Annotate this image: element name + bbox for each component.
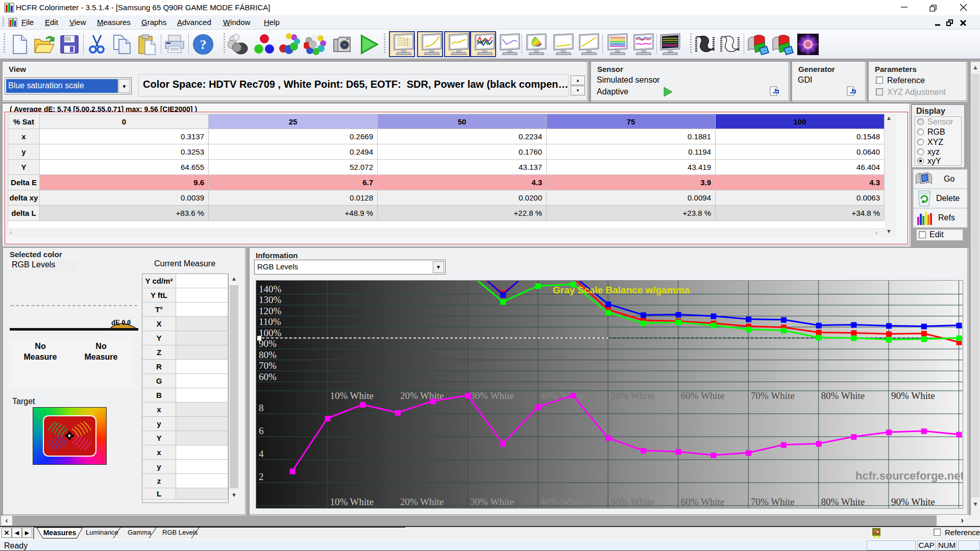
svg-text:100%: 100% bbox=[259, 328, 282, 338]
svg-text:60% White: 60% White bbox=[681, 390, 725, 401]
svg-text:10% White: 10% White bbox=[330, 496, 374, 507]
svg-text:20% White: 20% White bbox=[400, 496, 444, 507]
svg-text:2: 2 bbox=[259, 471, 264, 482]
svg-text:RGB Levels: RGB Levels bbox=[162, 529, 198, 536]
svg-text:4: 4 bbox=[259, 448, 264, 459]
svg-text:90% White: 90% White bbox=[891, 390, 935, 401]
svg-text:30% White: 30% White bbox=[470, 390, 514, 401]
svg-text:90% White: 90% White bbox=[891, 496, 935, 507]
svg-text:80% White: 80% White bbox=[821, 496, 865, 507]
svg-text:90%: 90% bbox=[259, 338, 277, 349]
svg-text:50% White: 50% White bbox=[610, 496, 654, 507]
svg-text:6: 6 bbox=[259, 425, 264, 436]
svg-text:40% White: 40% White bbox=[541, 496, 584, 507]
svg-text:80%: 80% bbox=[259, 349, 277, 360]
svg-text:Gray Scale Balance w/gamma: Gray Scale Balance w/gamma bbox=[553, 285, 690, 295]
svg-text:8: 8 bbox=[259, 403, 264, 413]
svg-text:Luminance: Luminance bbox=[86, 529, 118, 536]
svg-text:10% White: 10% White bbox=[330, 390, 374, 401]
svg-text:120%: 120% bbox=[259, 306, 282, 316]
svg-text:130%: 130% bbox=[259, 294, 282, 305]
svg-text:140%: 140% bbox=[259, 284, 282, 294]
svg-text:70% White: 70% White bbox=[751, 496, 795, 507]
svg-text:?: ? bbox=[200, 37, 207, 52]
svg-text:Measures: Measures bbox=[43, 529, 77, 537]
svg-text:70%: 70% bbox=[259, 360, 277, 371]
svg-text:50% White: 50% White bbox=[610, 390, 654, 401]
svg-text:70% White: 70% White bbox=[751, 390, 795, 401]
svg-text:Gamma: Gamma bbox=[128, 529, 152, 536]
svg-text:30% White: 30% White bbox=[470, 496, 514, 507]
svg-text:110%: 110% bbox=[259, 316, 281, 327]
svg-text:20% White: 20% White bbox=[400, 390, 444, 401]
svg-text:80% White: 80% White bbox=[821, 390, 865, 401]
svg-text:60% White: 60% White bbox=[681, 496, 725, 507]
svg-text:hcfr.sourceforge.net: hcfr.sourceforge.net bbox=[855, 469, 963, 482]
svg-text:60%: 60% bbox=[259, 371, 277, 382]
